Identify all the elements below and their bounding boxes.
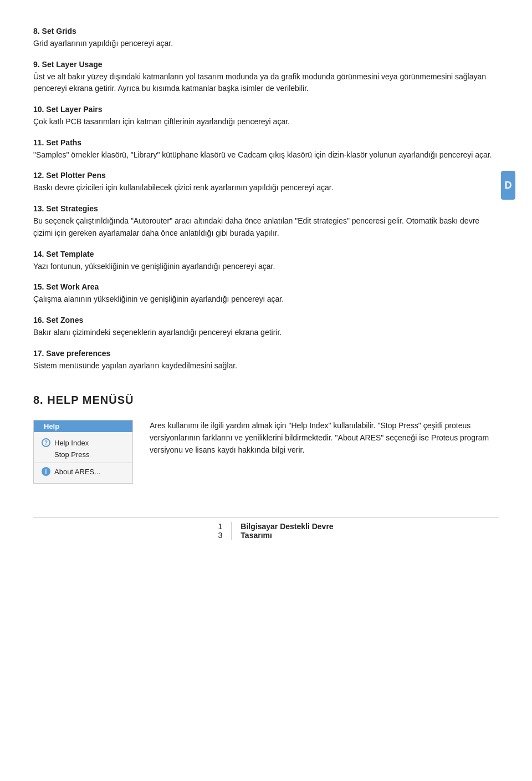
section-title-set-grids: 8. Set Grids <box>33 27 499 36</box>
page-number-3: 3 <box>198 531 222 540</box>
section-title-set-zones: 16. Set Zones <box>33 316 499 324</box>
footer-title-line1: Bilgisayar Destekli Devre <box>241 522 333 531</box>
section-body-set-paths: "Samples" örnekler klasörü, "Library" kü… <box>33 149 499 161</box>
section-title-save-preferences: 17. Save preferences <box>33 349 499 358</box>
section-body-set-grids: Grid ayarlarının yapıldığı pencereyi aça… <box>33 38 499 50</box>
section-body-set-zones: Bakır alanı çizimindeki seçeneklerin aya… <box>33 327 499 339</box>
help-description: Ares kullanımı ile ilgili yardım almak i… <box>150 420 499 456</box>
section-title-set-layer-usage: 9. Set Layer Usage <box>33 60 499 69</box>
about-ares-label: About ARES... <box>54 468 100 476</box>
help-menu-bar: Help <box>34 420 132 432</box>
section-body-set-plotter-pens: Baskı devre çizicileri için kullanılabil… <box>33 182 499 194</box>
help-index-label: Help Index <box>54 439 89 447</box>
section-set-strategies: 13. Set Strategies Bu seçenek çalıştırıl… <box>33 204 499 239</box>
footer-page-numbers: 1 3 <box>198 522 232 540</box>
section-body-set-layer-pairs: Çok katlı PCB tasarımları için katman çi… <box>33 116 499 128</box>
section-body-set-template: Yazı fontunun, yüksekliğinin ve genişliğ… <box>33 261 499 273</box>
help-menu-heading: 8. HELP MENÜSÜ <box>33 394 499 407</box>
section-set-layer-pairs: 10. Set Layer Pairs Çok katlı PCB tasarı… <box>33 105 499 128</box>
footer-title: Bilgisayar Destekli Devre Tasarımı <box>232 522 333 540</box>
section-title-set-strategies: 13. Set Strategies <box>33 204 499 213</box>
tooltip-d-box: D <box>501 171 515 200</box>
section-body-set-work-area: Çalışma alanının yüksekliğinin ve genişl… <box>33 293 499 306</box>
section-set-work-area: 15. Set Work Area Çalışma alanının yükse… <box>33 282 499 306</box>
section-title-set-work-area: 15. Set Work Area <box>33 282 499 291</box>
section-set-paths: 11. Set Paths "Samples" örnekler klasörü… <box>33 138 499 161</box>
help-menu-item-about-ares[interactable]: i About ARES... <box>34 465 132 478</box>
footer: 1 3 Bilgisayar Destekli Devre Tasarımı <box>33 517 499 540</box>
stop-press-label: Stop Press <box>54 450 90 459</box>
page-number-1: 1 <box>198 522 222 531</box>
help-menu-item-stop-press[interactable]: Stop Press <box>34 449 132 460</box>
main-content: 8. Set Grids Grid ayarlarının yapıldığı … <box>33 27 499 540</box>
section-title-set-plotter-pens: 12. Set Plotter Pens <box>33 171 499 180</box>
section-body-set-layer-usage: Üst ve alt bakır yüzey dışındaki katmanl… <box>33 71 499 95</box>
section-set-plotter-pens: 12. Set Plotter Pens Baskı devre çizicil… <box>33 171 499 194</box>
info-icon: i <box>42 467 50 476</box>
section-title-set-template: 14. Set Template <box>33 250 499 258</box>
help-section: Help ? Help Index Stop Press i About ARE… <box>33 420 499 484</box>
section-title-set-paths: 11. Set Paths <box>33 138 499 147</box>
section-set-zones: 16. Set Zones Bakır alanı çizimindeki se… <box>33 316 499 339</box>
section-set-grids: 8. Set Grids Grid ayarlarının yapıldığı … <box>33 27 499 50</box>
question-icon: ? <box>42 438 50 447</box>
help-menu-item-help-index[interactable]: ? Help Index <box>34 437 132 449</box>
section-set-layer-usage: 9. Set Layer Usage Üst ve alt bakır yüze… <box>33 60 499 95</box>
section-body-set-strategies: Bu seçenek çalıştırıldığında "Autorouter… <box>33 215 499 239</box>
footer-title-line2: Tasarımı <box>241 531 333 540</box>
section-save-preferences: 17. Save preferences Sistem menüsünde ya… <box>33 349 499 372</box>
section-body-save-preferences: Sistem menüsünde yapılan ayarların kayde… <box>33 360 499 372</box>
section-title-set-layer-pairs: 10. Set Layer Pairs <box>33 105 499 114</box>
help-menu-image: Help ? Help Index Stop Press i About ARE… <box>33 420 133 484</box>
menu-divider <box>34 463 132 463</box>
section-set-template: 14. Set Template Yazı fontunun, yüksekli… <box>33 250 499 273</box>
